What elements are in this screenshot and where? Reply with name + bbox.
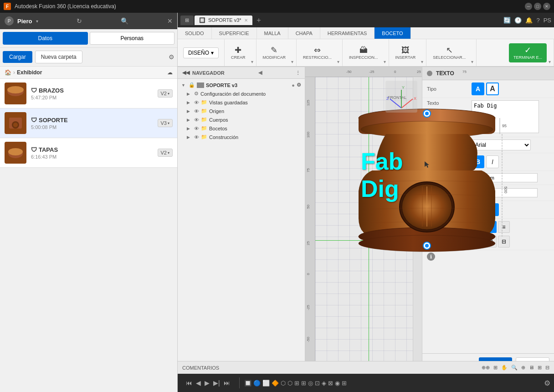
tab-personas[interactable]: Personas — [90, 32, 175, 45]
home-icon[interactable]: 🏠 — [5, 69, 11, 76]
comment-icon-3[interactable]: 🔍 — [511, 365, 518, 371]
nav-menu-icon[interactable]: ⋮ — [296, 70, 300, 75]
nav-eye-icon[interactable]: 👁 — [194, 134, 199, 140]
bottom-icon-6[interactable]: ⬡ — [287, 380, 292, 387]
minimize-btn[interactable]: ─ — [525, 3, 532, 10]
tab-add-icon[interactable]: ＋ — [255, 15, 262, 25]
seleccionar-btn[interactable]: ↖ SELECCIONAR... — [429, 44, 469, 62]
nav-collapse-icon[interactable]: ◀◀ — [182, 70, 190, 76]
nav-item[interactable]: ▶ 👁 📁 Cuerpos — [178, 115, 305, 124]
maximize-btn[interactable]: □ — [534, 3, 541, 10]
nav-eye-icon[interactable]: 👁 — [194, 108, 199, 114]
comment-icon-5[interactable]: 🖥 — [529, 365, 534, 371]
bottom-icon-10[interactable]: ⊡ — [315, 380, 320, 387]
bottom-icon-2[interactable]: 🔵 — [253, 380, 261, 387]
comment-icon-4[interactable]: ⊕ — [521, 365, 525, 371]
svg-line-29 — [401, 99, 413, 108]
canvas-grid[interactable]: 500 95 Fab Dig — [315, 77, 422, 374]
search-icon[interactable]: 🔍 — [121, 17, 128, 25]
bottom-icons-row: 🔲 🔵 ⬜ 🔶 ⬡ ⬡ ⊞ ⊞ ◎ ⊡ ◈ ⊠ ◉ ⊞ — [244, 380, 542, 387]
help-icon[interactable]: ? — [536, 17, 539, 24]
update-icon[interactable]: 🔄 — [503, 17, 511, 24]
bottom-icon-1[interactable]: 🔲 — [244, 380, 251, 387]
terminar-btn[interactable]: ✓ TERMINAR E... — [509, 43, 547, 62]
nav-root-item[interactable]: ▼ 🔒 SOPORTE v3 ● ⚙ — [178, 81, 305, 89]
cargar-button[interactable]: Cargar — [3, 51, 32, 63]
version-badge[interactable]: V2 ▾ — [158, 89, 173, 98]
comment-nav-icon[interactable]: ⊕⊕ — [482, 365, 490, 371]
list-item[interactable]: 🛡 TAPAS 6:16:43 PM V2 ▾ — [0, 138, 177, 168]
comment-icon-1[interactable]: ⊞ — [493, 365, 498, 371]
history-icon[interactable]: 🕐 — [514, 17, 522, 24]
inspeccion-btn[interactable]: 🏔 INSPECCION... — [345, 44, 382, 62]
nav-eye-icon[interactable]: 👁 — [194, 100, 199, 105]
bottom-icon-12[interactable]: ⊠ — [328, 380, 333, 387]
nav-item[interactable]: ▶ ⚙ Configuración del documento — [178, 89, 305, 98]
nav-eye-icon[interactable]: 👁 — [194, 126, 199, 131]
nav-eye-icon[interactable]: 👁 — [194, 117, 199, 123]
crear-btn[interactable]: ✚ CREAR — [227, 44, 249, 62]
user-chevron-icon[interactable]: ▾ — [36, 19, 38, 24]
section-herramientas[interactable]: HERRAMIENTAS — [320, 27, 375, 39]
nav-item[interactable]: ▶ 👁 📁 Vistas guardadas — [178, 98, 305, 107]
bottom-icon-7[interactable]: ⊞ — [294, 380, 299, 387]
panel-dot-icon — [427, 71, 432, 76]
design-dropdown-button[interactable]: DISEÑO ▾ — [183, 47, 219, 58]
bottom-icon-14[interactable]: ⊞ — [342, 380, 347, 387]
nav-item[interactable]: ▶ 👁 📁 Origen — [178, 107, 305, 115]
refresh-icon[interactable]: ↻ — [77, 17, 82, 25]
bottom-icon-8[interactable]: ⊞ — [301, 380, 306, 387]
project-version: V2 ▾ — [158, 149, 173, 157]
crear-arrow: ▾ — [251, 59, 253, 64]
canvas-area: ◀◀ NAVEGADOR ◀ ⋮ ▼ 🔒 SOPORTE v3 ● ⚙ — [178, 67, 554, 374]
nav-item[interactable]: ▶ 👁 📁 Bocetos — [178, 124, 305, 133]
insertar-btn[interactable]: 🖼 INSERTAR — [392, 44, 420, 62]
version-badge[interactable]: V2 ▾ — [158, 149, 173, 157]
nav-item-arrow-icon: ▶ — [187, 118, 192, 122]
list-item[interactable]: 🛡 BRAZOS 5:47:20 PM V2 ▾ — [0, 79, 177, 108]
section-malla[interactable]: MALLA — [257, 27, 288, 39]
bottom-icon-9[interactable]: ◎ — [308, 380, 313, 387]
bottom-icon-11[interactable]: ◈ — [322, 380, 326, 387]
comment-icon-2[interactable]: ✋ — [501, 365, 508, 371]
settings-icon[interactable]: ⚙ — [169, 53, 174, 61]
tab-datos[interactable]: Datos — [3, 32, 88, 45]
left-tabs: Datos Personas — [0, 29, 177, 48]
nueva-carpeta-button[interactable]: Nueva carpeta — [35, 51, 82, 63]
section-solido[interactable]: SOLIDO — [178, 27, 212, 39]
section-superficie[interactable]: SUPERFICIE — [212, 27, 257, 39]
playback-start-icon[interactable]: ⏮ — [186, 379, 192, 387]
terminar-label: TERMINAR E... — [513, 55, 542, 60]
playback-prev-icon[interactable]: ◀ — [196, 379, 201, 387]
modificar-btn[interactable]: ✎ MODIFICAR — [259, 44, 290, 62]
nav-item[interactable]: ▶ 👁 📁 Construcción — [178, 133, 305, 141]
playback-next-icon[interactable]: ▶| — [213, 379, 220, 387]
playback-play-icon[interactable]: ▶ — [205, 379, 210, 387]
nav-item-label: Configuración del documento — [200, 91, 301, 97]
app-tab-inactive[interactable]: ⊞ — [180, 15, 194, 25]
version-badge[interactable]: V3 ▾ — [158, 119, 173, 127]
section-chapa[interactable]: CHAPA — [288, 27, 320, 39]
bottom-icon-4[interactable]: 🔶 — [272, 380, 279, 387]
app-tab-soporte[interactable]: 🔲 SOPORTE v3* ✕ — [195, 15, 252, 25]
bottom-icon-13[interactable]: ◉ — [335, 380, 340, 387]
close-panel-icon[interactable]: ✕ — [167, 17, 173, 25]
canvas-viewport[interactable]: -50 -25 0 25 50 75 125 100 75 50 25 0 — [305, 67, 554, 374]
comment-icon-7[interactable]: ⊟ — [545, 365, 549, 371]
restriccion-btn[interactable]: ⇔ RESTRICCIO... — [299, 44, 335, 62]
notification-icon[interactable]: 🔔 — [525, 17, 533, 24]
bottom-icon-3[interactable]: ⬜ — [262, 380, 270, 387]
bottom-icon-5[interactable]: ⬡ — [281, 380, 286, 387]
list-item[interactable]: 🛡 SOPORTE 5:00:08 PM V3 ▾ — [0, 108, 177, 138]
close-btn[interactable]: ✕ — [543, 3, 550, 10]
comment-icon-6[interactable]: ⊞ — [538, 365, 542, 371]
playback-controls: ⏮ ◀ ▶ ▶| ⏭ — [181, 379, 235, 387]
section-boceto[interactable]: BOCETO — [374, 27, 410, 39]
cloud-icon[interactable]: ☁ — [167, 69, 173, 76]
nav-gear-icon[interactable]: ⚙ — [297, 82, 301, 88]
nav-collapse-btn[interactable]: ◀ — [258, 70, 262, 76]
user-profile-icon[interactable]: PS — [544, 17, 551, 24]
playback-end-icon[interactable]: ⏭ — [224, 379, 230, 387]
tab-close-icon[interactable]: ✕ — [244, 18, 248, 23]
settings-gear-icon[interactable]: ⚙ — [544, 379, 550, 387]
